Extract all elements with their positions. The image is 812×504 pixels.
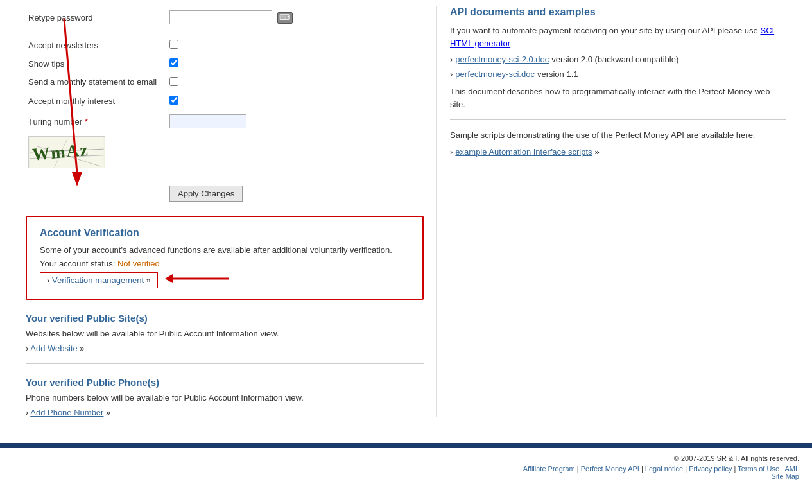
account-status: Your account status: Not verified: [40, 259, 410, 268]
footer-link-api[interactable]: Perfect Money API: [581, 465, 639, 473]
apply-changes-button[interactable]: Apply Changes: [169, 186, 243, 202]
public-sites-link-row: › Add Website »: [26, 343, 424, 353]
verif-link-suffix: »: [146, 275, 151, 285]
public-sites-suffix: »: [80, 343, 84, 353]
turing-row: Turing number *: [26, 110, 424, 132]
footer-links: © 2007-2019 SR & I. All rights reserved.…: [0, 448, 812, 487]
retype-password-cell: [167, 6, 424, 28]
accept-newsletters-label: Accept newsletters: [26, 36, 167, 55]
keyboard-icon[interactable]: [277, 12, 293, 24]
send-statement-label: Send a monthly statement to email: [26, 73, 167, 92]
retype-password-input[interactable]: [169, 10, 272, 24]
show-tips-row: Show tips: [26, 55, 424, 73]
api-desc-1: version 2.0 (backward compatible): [551, 55, 678, 64]
perfectmoney-sci2-link[interactable]: perfectmoney-sci-2.0.doc: [455, 55, 549, 64]
footer-bar: [0, 443, 812, 448]
send-statement-checkbox[interactable]: [169, 77, 178, 86]
show-tips-checkbox[interactable]: [169, 58, 178, 67]
verification-management-link[interactable]: Verification management: [52, 275, 144, 285]
public-sites-desc: Websites below will be available for Pub…: [26, 329, 424, 338]
verification-link-row: › Verification management »: [40, 272, 410, 288]
public-phones-title: Your verified Public Phone(s): [26, 377, 424, 388]
add-phone-link[interactable]: Add Phone Number: [30, 408, 103, 417]
verif-link-prefix: ›: [47, 275, 49, 285]
api-title: API documents and examples: [450, 6, 786, 18]
accept-newsletters-cell: [167, 36, 424, 55]
footer-link-aml[interactable]: AML: [784, 465, 799, 473]
arrow2-annotation: [165, 269, 242, 290]
show-tips-label: Show tips: [26, 55, 167, 73]
accept-newsletters-row: Accept newsletters: [26, 36, 424, 55]
accept-interest-label: Accept monthly interest: [26, 92, 167, 110]
status-value: Not verified: [117, 259, 160, 268]
api-link-row-2: › perfectmoney-sci.doc version 1.1: [450, 69, 786, 79]
page-wrapper: Retype password Accept newsletters Show …: [0, 0, 812, 504]
apply-changes-row: Apply Changes: [26, 182, 424, 205]
api-link-row-1: › perfectmoney-sci-2.0.doc version 2.0 (…: [450, 55, 786, 64]
captcha-svg: WmAz: [29, 137, 105, 168]
verification-box: Account Verification Some of your accoun…: [26, 216, 424, 300]
example-automation-link[interactable]: example Automation Interface scripts: [455, 147, 592, 157]
right-divider: [450, 119, 786, 120]
accept-interest-row: Accept monthly interest: [26, 92, 424, 110]
right-panel: API documents and examples If you want t…: [436, 6, 786, 417]
public-sites-title: Your verified Public Site(s): [26, 313, 424, 324]
api-description: If you want to automate payment receivin…: [450, 24, 786, 49]
footer-link-list: Affiliate Program | Perfect Money API | …: [13, 465, 799, 473]
public-phones-desc: Phone numbers below will be available fo…: [26, 393, 424, 403]
apply-changes-cell: Apply Changes: [167, 182, 424, 205]
captcha-row: WmAz: [26, 132, 424, 174]
public-phones-bullet: ›: [26, 408, 28, 417]
left-panel: Retype password Accept newsletters Show …: [26, 6, 424, 417]
captcha-cell: WmAz: [26, 132, 167, 174]
footer-sitemap-row: Site Map: [13, 473, 799, 480]
show-tips-cell: [167, 55, 424, 73]
captcha-image: WmAz: [28, 136, 105, 168]
verification-link-box: › Verification management »: [40, 272, 158, 288]
turing-required: *: [85, 117, 88, 126]
api-example-row: › example Automation Interface scripts »: [450, 147, 786, 157]
svg-marker-9: [165, 274, 173, 283]
public-phones-link-row: › Add Phone Number »: [26, 408, 424, 417]
main-content: Retype password Accept newsletters Show …: [0, 0, 812, 430]
public-sites-bullet: ›: [26, 343, 28, 353]
divider1: [26, 363, 424, 364]
turing-input[interactable]: [169, 114, 246, 128]
api-example-bullet: ›: [450, 147, 453, 157]
footer-link-privacy[interactable]: Privacy policy: [689, 465, 732, 473]
footer-copyright: © 2007-2019 SR & I. All rights reserved.: [13, 455, 799, 462]
api-doc-description: This document describes how to programma…: [450, 85, 786, 110]
turing-label: Turing number *: [26, 110, 167, 132]
accept-interest-checkbox[interactable]: [169, 96, 178, 105]
send-statement-row: Send a monthly statement to email: [26, 73, 424, 92]
turing-cell: [167, 110, 424, 132]
perfectmoney-sci-link[interactable]: perfectmoney-sci.doc: [455, 69, 535, 79]
verification-title: Account Verification: [40, 227, 410, 239]
public-phones-suffix: »: [106, 408, 110, 417]
api-bullet-1: ›: [450, 55, 453, 64]
api-desc-2: version 1.1: [537, 69, 578, 79]
footer-link-legal[interactable]: Legal notice: [645, 465, 683, 473]
footer-link-affiliate[interactable]: Affiliate Program: [523, 465, 575, 473]
retype-password-row: Retype password: [26, 6, 424, 28]
footer-link-terms[interactable]: Terms of Use: [738, 465, 779, 473]
arrow2-svg: [165, 269, 242, 288]
accept-interest-cell: [167, 92, 424, 110]
api-bullet-2: ›: [450, 69, 453, 79]
api-example-suffix: »: [595, 147, 600, 157]
accept-newsletters-checkbox[interactable]: [169, 40, 178, 49]
add-website-link[interactable]: Add Website: [30, 343, 77, 353]
retype-password-label: Retype password: [26, 6, 167, 28]
api-sample-description: Sample scripts demonstrating the use of …: [450, 129, 786, 142]
form-table: Retype password Accept newsletters Show …: [26, 6, 424, 205]
verification-description: Some of your account's advanced function…: [40, 245, 410, 255]
send-statement-cell: [167, 73, 424, 92]
footer-link-sitemap[interactable]: Site Map: [772, 473, 799, 480]
